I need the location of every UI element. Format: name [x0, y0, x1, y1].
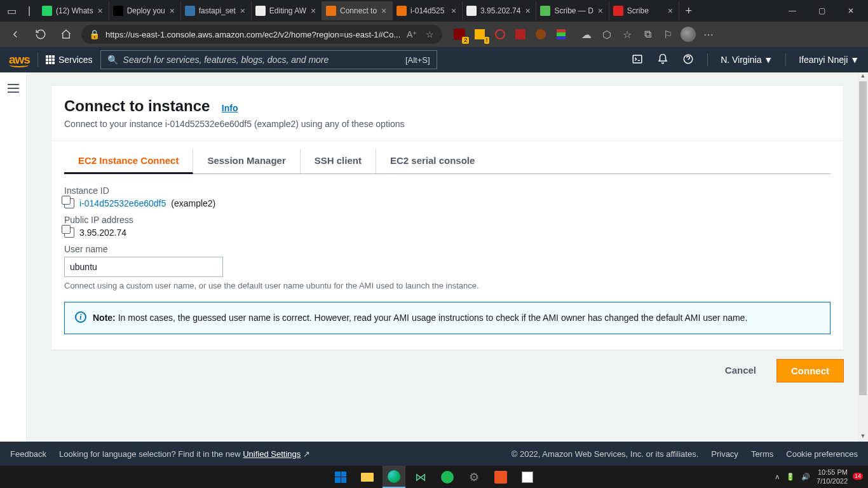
battery-icon[interactable]: 🔋	[786, 473, 795, 481]
tab-title: 3.95.202.74	[480, 6, 520, 15]
breadcrumb	[27, 72, 868, 78]
home-button[interactable]	[56, 24, 76, 44]
copy-icon[interactable]	[64, 198, 74, 208]
username-input[interactable]	[64, 257, 223, 277]
tab-close-icon[interactable]: ×	[666, 6, 675, 15]
scroll-up-arrow[interactable]: ▲	[858, 72, 868, 81]
info-link[interactable]: Info	[222, 103, 238, 113]
aws-logo[interactable]: aws	[9, 53, 30, 67]
tab-close-icon[interactable]: ×	[449, 6, 458, 15]
tab-close-icon[interactable]: ×	[523, 6, 532, 15]
maximize-button[interactable]: ▢	[807, 1, 836, 21]
tab-favicon	[613, 6, 623, 16]
browser-menu-icon[interactable]: ⋯	[700, 26, 717, 43]
copyright-text: © 2022, Amazon Web Services, Inc. or its…	[512, 449, 699, 459]
public-ip-value: 3.95.202.74	[64, 227, 831, 238]
tab-close-icon[interactable]: ×	[168, 6, 177, 15]
tab-close-icon[interactable]: ×	[379, 6, 388, 15]
scrollbar[interactable]: ▲ ▼	[858, 72, 868, 442]
extensions-menu-icon[interactable]: ⬡	[599, 26, 615, 43]
actions-row: Cancel Connect	[51, 359, 844, 383]
cancel-button[interactable]: Cancel	[714, 359, 768, 383]
browser-tab[interactable]: Editing AW×	[252, 1, 322, 20]
connection-tab[interactable]: EC2 serial console	[376, 149, 489, 173]
volume-icon[interactable]: 🔊	[801, 473, 810, 481]
scroll-down-arrow[interactable]: ▼	[858, 433, 868, 442]
privacy-link[interactable]: Privacy	[711, 449, 738, 459]
extension-icon-4[interactable]	[512, 26, 529, 43]
browser-tab[interactable]: (12) Whats×	[38, 1, 109, 20]
notifications-icon[interactable]	[656, 53, 669, 67]
favorites-icon[interactable]: ☆	[619, 26, 635, 43]
start-button[interactable]	[329, 466, 352, 488]
back-button[interactable]	[5, 24, 25, 44]
panel-body: Instance ID i-014d52532e6e60df5 (example…	[51, 174, 843, 349]
browser-tab[interactable]: Connect to×	[322, 1, 393, 20]
help-icon[interactable]	[682, 53, 695, 67]
refresh-button[interactable]	[31, 24, 51, 44]
extension-icon-5[interactable]	[532, 26, 549, 43]
minimize-button[interactable]: —	[778, 1, 807, 21]
services-menu[interactable]: Services	[46, 55, 93, 65]
content-scroll[interactable]: Connect to instance Info Connect to your…	[27, 72, 868, 466]
page-subtitle: Connect to your instance i-014d52532e6e6…	[64, 119, 831, 129]
copy-icon[interactable]	[64, 227, 74, 238]
ublock-icon[interactable]: 2	[451, 26, 468, 43]
connect-button[interactable]: Connect	[776, 359, 844, 383]
aws-search-box[interactable]: 🔍 Search for services, features, blogs, …	[100, 50, 437, 69]
browser-tab[interactable]: Deploy you×	[109, 1, 181, 20]
connection-tab[interactable]: SSH client	[301, 149, 376, 173]
tab-close-icon[interactable]: ×	[596, 6, 605, 15]
browser-tab[interactable]: fastapi_set×	[181, 1, 252, 20]
browser-tab[interactable]: Scribe — D×	[536, 1, 609, 20]
tab-overview-icon[interactable]: ▭	[3, 2, 20, 20]
extension-icon-7[interactable]: ☁︎	[578, 26, 595, 43]
extension-icon-2[interactable]: !	[471, 26, 488, 43]
public-ip-text: 3.95.202.74	[79, 227, 126, 238]
instance-id-value: i-014d52532e6e60df5 (example2)	[64, 198, 831, 208]
nav-toggle-icon[interactable]	[8, 84, 19, 93]
tab-close-icon[interactable]: ×	[238, 6, 247, 15]
taskbar-center: ⋈ ⚙	[329, 466, 539, 488]
instance-id-label: Instance ID	[64, 186, 831, 196]
tray-chevron-icon[interactable]: ʌ	[775, 473, 780, 481]
tab-favicon	[540, 6, 550, 16]
terms-link[interactable]: Terms	[751, 449, 773, 459]
notifications-tray-icon[interactable]: 💬14	[854, 473, 863, 481]
close-window-button[interactable]: ✕	[836, 1, 865, 21]
collections-icon[interactable]: ⧉	[639, 26, 656, 43]
tab-close-icon[interactable]: ×	[309, 6, 318, 15]
windows-taskbar: ⋈ ⚙ ʌ 🔋 🔊 10:55 PM 7/10/2022 💬14	[0, 466, 868, 488]
settings-icon[interactable]: ⚙	[463, 466, 485, 488]
new-tab-button[interactable]: +	[679, 4, 698, 18]
spotify-icon[interactable]	[436, 466, 459, 488]
reader-mode-icon[interactable]: A⁺	[405, 29, 418, 39]
instance-id-link[interactable]: i-014d52532e6e60df5	[79, 198, 166, 208]
unified-settings-link[interactable]: Unified Settings	[243, 449, 301, 459]
aws-global-header: aws Services 🔍 Search for services, feat…	[0, 47, 868, 72]
file-explorer-icon[interactable]	[356, 466, 379, 488]
app-icon[interactable]	[516, 466, 539, 488]
browser-tab[interactable]: i-014d525×	[393, 1, 463, 20]
region-selector[interactable]: N. Virginia ▼	[721, 55, 773, 65]
connection-tab[interactable]: EC2 Instance Connect	[64, 149, 193, 174]
profile-avatar[interactable]	[680, 26, 696, 43]
scroll-thumb[interactable]	[859, 81, 867, 395]
edge-icon[interactable]	[383, 466, 405, 488]
browser-tab[interactable]: Scribe×	[609, 1, 679, 20]
favorite-icon[interactable]: ☆	[423, 29, 436, 39]
account-menu[interactable]: Ifeanyi Nneji ▼	[799, 55, 859, 65]
vscode-icon[interactable]: ⋈	[409, 466, 432, 488]
cookie-prefs-link[interactable]: Cookie preferences	[786, 449, 858, 459]
extension-icon-6[interactable]	[553, 26, 569, 43]
taskbar-clock[interactable]: 10:55 PM 7/10/2022	[817, 468, 848, 485]
feedback-link[interactable]: Feedback	[10, 449, 46, 459]
address-bar[interactable]: 🔒 https://us-east-1.console.aws.amazon.c…	[81, 25, 442, 44]
tab-close-icon[interactable]: ×	[96, 6, 105, 15]
extension-icon-3[interactable]	[492, 26, 508, 43]
browser-tab[interactable]: 3.95.202.74×	[463, 1, 536, 20]
browser-tools-icon[interactable]: ⚐	[660, 26, 676, 43]
ubuntu-icon[interactable]	[489, 466, 512, 488]
cloudshell-icon[interactable]	[631, 53, 644, 67]
connection-tab[interactable]: Session Manager	[193, 149, 300, 173]
